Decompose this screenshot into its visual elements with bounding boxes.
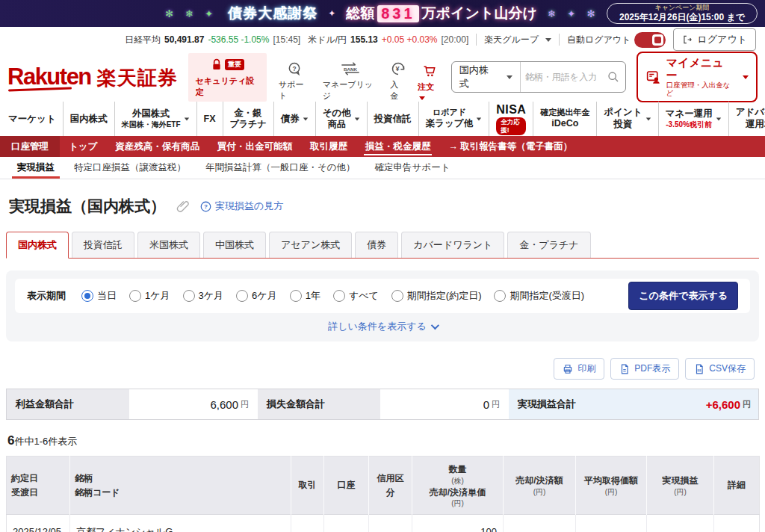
nav-item-bonds[interactable]: 債券 — [273, 102, 315, 136]
account-management-bar: 口座管理 トップ 資産残高・保有商品 買付・出金可能額 取引履歴 損益・税金履歴… — [0, 136, 765, 157]
tab-gold-platinum[interactable]: 金・プラチナ — [507, 232, 590, 258]
nav-item-domestic-stocks[interactable]: 国内株式 — [63, 102, 114, 136]
csv-file-icon — [694, 364, 704, 374]
support-link[interactable]: ? サポート — [279, 61, 311, 102]
pl-help-link[interactable]: ? 実現損益の見方 — [200, 200, 283, 213]
chevron-down-icon — [477, 117, 481, 120]
subnav-realized-pl[interactable]: 実現損益 — [7, 157, 64, 179]
nav-item-other-products[interactable]: その他商品 — [315, 102, 367, 136]
paperclip-icon[interactable] — [176, 200, 190, 213]
nikkei-time: [15:45] — [273, 34, 300, 45]
col-margin: 信用区分 — [369, 457, 412, 515]
nav-item-market[interactable]: マーケット — [1, 102, 63, 136]
search-category-select[interactable]: 国内株式 — [452, 64, 520, 90]
nav-item-robo-advisor[interactable]: ロボアド楽ラップ他 — [418, 102, 489, 136]
logout-label: ログアウト — [697, 33, 747, 46]
logout-button[interactable]: ログアウト — [673, 28, 756, 51]
account-nav-reports[interactable]: → 取引報告書等（電子書面） — [439, 136, 581, 157]
pl-summary-bar: 利益金額合計 6,600円 損失金額合計 0円 実現損益合計 +6,600円 — [6, 389, 759, 420]
bank-bridge-icon: BANK — [339, 61, 362, 76]
radio-1year[interactable]: 1年 — [290, 289, 320, 303]
account-management-root[interactable]: 口座管理 — [0, 136, 60, 157]
chevron-down-icon — [545, 38, 551, 42]
nav-item-advisor[interactable]: アドバイザー運用相談 — [728, 102, 765, 136]
banner-sparkle-icon: ✦ — [328, 8, 335, 19]
subnav-specific-account-pl[interactable]: 特定口座損益（譲渡益税） — [64, 157, 196, 179]
csv-save-button[interactable]: CSV保存 — [685, 358, 755, 380]
tab-investment-trust[interactable]: 投資信託 — [72, 232, 134, 258]
detail-conditions-link[interactable]: 詳しい条件を表示する — [15, 313, 750, 340]
radio-icon — [494, 290, 506, 302]
banner-neon-decoration-right: ❄ ✦ ✻ — [548, 8, 600, 19]
cell-account: 特定 — [324, 515, 369, 532]
radio-icon — [236, 290, 248, 302]
my-menu-button[interactable]: マイメニュー 口座管理・入出金など — [637, 52, 758, 102]
print-button[interactable]: 印刷 — [554, 358, 604, 380]
chevron-down-icon — [507, 75, 512, 79]
radio-3months[interactable]: 3ケ月 — [183, 289, 224, 303]
account-nav-assets[interactable]: 資産残高・保有商品 — [106, 136, 208, 157]
radio-range-settlement-date[interactable]: 期間指定(受渡日) — [494, 289, 584, 303]
header-search: 国内株式 — [451, 61, 626, 93]
nav-item-foreign-stocks[interactable]: 外国株式米国株・海外ETF — [114, 102, 196, 136]
auto-logout-toggle[interactable] — [634, 32, 666, 48]
nav-item-nisa[interactable]: NISA全力応援! — [489, 102, 533, 136]
rakuten-group-label: 楽天グループ — [484, 34, 539, 46]
subnav-tax-return-support[interactable]: 確定申告サポート — [365, 157, 460, 179]
radio-6months[interactable]: 6ケ月 — [236, 289, 277, 303]
deposit-link[interactable]: ¥ 入金 — [390, 61, 406, 102]
tab-asean-stocks[interactable]: アセアン株式 — [269, 232, 352, 258]
account-nav-buying-power[interactable]: 買付・出金可能額 — [208, 136, 301, 157]
security-settings-label: セキュリティ設定 — [196, 75, 259, 98]
security-settings-link[interactable]: 重要 セキュリティ設定 — [188, 53, 267, 102]
tab-domestic-stocks[interactable]: 国内株式 — [6, 232, 69, 259]
market-info-bar: 日経平均 50,491.87 -536.55 -1.05% [15:45] 米ド… — [0, 27, 765, 52]
account-nav-top[interactable]: トップ — [60, 136, 106, 157]
radio-range-trade-date[interactable]: 期間指定(約定日) — [391, 289, 482, 303]
nav-item-fx[interactable]: FX — [196, 102, 223, 136]
nav-item-point-investment[interactable]: ポイント投資 — [596, 102, 657, 136]
apply-filter-button[interactable]: この条件で表示する — [628, 282, 738, 310]
col-avg-cost: 平均取得価額(円) — [576, 457, 647, 515]
campaign-period-pill: キャンペーン期間 2025年12月26日(金)15:00 まで — [607, 3, 758, 24]
radio-all[interactable]: すべて — [333, 289, 379, 303]
cell-proceeds: 341,000 — [504, 515, 576, 532]
chevron-down-icon — [184, 117, 188, 120]
cell-name: 京都フィナンシャルG5844 — [70, 515, 291, 532]
radio-today[interactable]: 当日 — [81, 289, 117, 303]
col-detail: 詳細 — [714, 457, 760, 515]
nav-item-gold-platinum[interactable]: 金・銀プラチナ — [223, 102, 273, 136]
search-icon[interactable] — [601, 71, 625, 83]
tab-china-stocks[interactable]: 中国株式 — [203, 232, 266, 258]
tab-us-stocks[interactable]: 米国株式 — [137, 232, 200, 258]
rakuten-group-dropdown[interactable]: 楽天グループ — [484, 34, 551, 46]
tab-covered-warrants[interactable]: カバードワラント — [401, 232, 504, 258]
realized-pl-table: 約定日受渡日 銘柄銘柄コード 取引 口座 信用区分 数量(株)売却/決済単価(円… — [6, 456, 760, 532]
auto-logout-label: 自動ログアウト — [567, 34, 631, 46]
nav-item-investment-trust[interactable]: 投資信託 — [367, 102, 418, 136]
pdf-view-button[interactable]: PDF表示 — [610, 358, 679, 380]
search-input[interactable] — [521, 72, 601, 82]
radio-icon — [290, 290, 302, 302]
radio-1month[interactable]: 1ケ月 — [129, 289, 170, 303]
campaign-banner[interactable]: ✻ ❄ ✦ 債券大感謝祭 ✦ 総額 831 万ポイント山分け ❄ ✦ ✻ キャン… — [0, 0, 765, 27]
tab-bonds[interactable]: 債券 — [355, 232, 398, 258]
period-label: 表示期間 — [27, 289, 66, 303]
divider — [476, 34, 477, 46]
table-row: 2025/12/052025/12/09 京都フィナンシャルG5844 売埋 特… — [7, 515, 760, 532]
campaign-period-label: キャンペーン期間 — [619, 4, 745, 12]
account-nav-trade-history[interactable]: 取引履歴 — [301, 136, 356, 157]
loss-total-label: 損失金額合計 — [258, 389, 382, 419]
nav-item-money-management[interactable]: マネー運用-3.50%税引前 — [658, 102, 728, 136]
radio-icon — [129, 290, 141, 302]
rakuten-securities-logo[interactable]: Rakuten 楽天証券 — [7, 64, 178, 91]
money-bridge-link[interactable]: BANK マネーブリッジ — [323, 61, 379, 102]
account-nav-pl-tax-history[interactable]: 損益・税金履歴 — [356, 136, 440, 157]
order-label: 注文 — [418, 81, 440, 102]
profit-total-label: 利益金額合計 — [7, 389, 131, 419]
nav-item-ideco[interactable]: 確定拠出年金iDeCo — [533, 102, 596, 136]
subnav-annual-pl[interactable]: 年間損益計算（一般口座・その他） — [196, 157, 365, 179]
order-link[interactable]: 注文 — [418, 64, 440, 102]
banner-subtitle: 総額 831 万ポイント山分け — [346, 4, 537, 23]
cart-icon — [422, 64, 437, 78]
